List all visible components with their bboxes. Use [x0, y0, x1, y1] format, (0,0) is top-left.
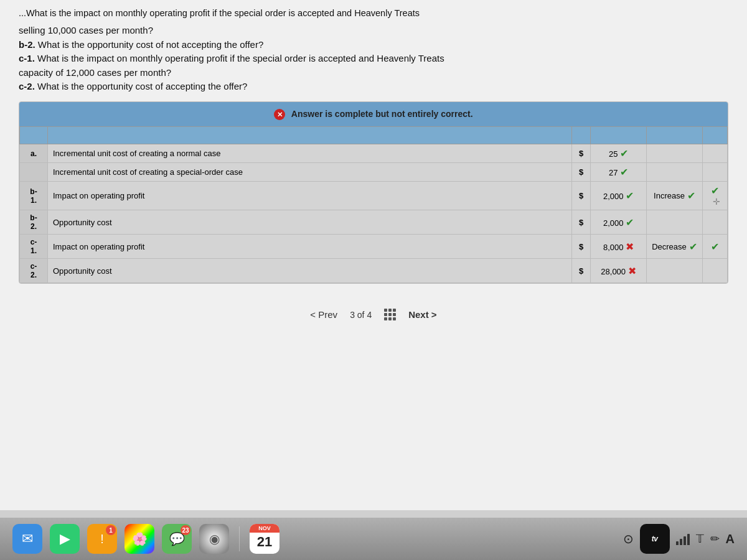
final-tick-c1: ✔: [711, 241, 719, 252]
final-check-a2: [703, 163, 728, 182]
dock-siri[interactable]: ◉: [199, 524, 229, 554]
answer-table: a. Incremental unit cost of creating a n…: [19, 126, 728, 283]
dock-photos[interactable]: 🌸: [125, 524, 154, 554]
label-b2: [647, 210, 703, 235]
dollar-c2: $: [572, 259, 591, 283]
row-desc-a: Incremental unit cost of creating a norm…: [48, 144, 572, 163]
pen-icon: ✏: [710, 532, 720, 546]
check-b1: ✔: [626, 190, 634, 201]
table-container: a. Incremental unit cost of creating a n…: [19, 126, 728, 283]
table-row: a. Incremental unit cost of creating a n…: [20, 144, 728, 163]
row-desc-b2: Opportunity cost: [48, 210, 572, 235]
video-icon: ▶: [60, 531, 70, 547]
check-a: ✔: [620, 148, 628, 159]
value-b1: 2,000 ✔: [591, 182, 647, 210]
row-label-c2: c- 2.: [20, 259, 48, 283]
final-check-c2: [703, 259, 728, 283]
system-tray: ⊙ tv 𝕋 ✏ A: [623, 524, 735, 554]
label-b1: Increase ✔: [647, 182, 703, 210]
increase-check: ✔: [687, 190, 695, 202]
plus-icon: ✛: [713, 197, 720, 207]
partial-line: ...What is the impact on monthly operati…: [19, 6, 728, 20]
final-check-b1: ✔ ✛: [703, 182, 728, 210]
row-label-a: a.: [20, 144, 48, 163]
page-info: 3 of 4: [350, 310, 372, 320]
pagination-bar: < Prev 3 of 4 Next >: [19, 309, 728, 320]
dock-badge: 1: [106, 525, 116, 535]
table-row: c- 1. Impact on operating profit $ 8,000…: [20, 235, 728, 259]
label-c2: [647, 259, 703, 283]
table-row: b- 2. Opportunity cost $ 2,000 ✔: [20, 210, 728, 235]
photos-icon: 🌸: [132, 531, 148, 546]
signal-icon: [676, 533, 690, 545]
check-c1: ✖: [626, 241, 634, 252]
dollar-a: $: [572, 144, 591, 163]
main-content: ...What is the impact on monthly operati…: [0, 0, 747, 510]
siri-system-icon[interactable]: ⊙: [623, 531, 634, 546]
calendar-day: 21: [257, 533, 272, 552]
value-b2: 2,000 ✔: [591, 210, 647, 235]
check-b2: ✔: [626, 217, 634, 228]
row-desc-b1: Impact on operating profit: [48, 182, 572, 210]
a-icon: A: [726, 532, 735, 546]
mail-icon: ✉: [22, 531, 33, 547]
check-c2: ✖: [628, 266, 636, 276]
question-text: selling 10,000 cases per month? b-2. Wha…: [19, 24, 728, 94]
value-c2: 28,000 ✖: [591, 259, 647, 283]
row-label-c1: c- 1.: [20, 235, 48, 259]
row-desc-c1: Impact on operating profit: [48, 235, 572, 259]
final-check-b2: [703, 210, 728, 235]
label-a2: [647, 163, 703, 182]
dock-calendar[interactable]: NOV 21: [250, 524, 280, 554]
label-a: [647, 144, 703, 163]
decrease-check: ✔: [689, 241, 697, 253]
calendar-month: NOV: [250, 524, 280, 533]
row-desc-a2: Incremental unit cost of creating a spec…: [48, 163, 572, 182]
value-a: 25 ✔: [591, 144, 647, 163]
row-label-a2: [20, 163, 48, 182]
dollar-c1: $: [572, 235, 591, 259]
alert-icon: !: [100, 532, 104, 546]
dollar-a2: $: [572, 163, 591, 182]
dollar-b2: $: [572, 210, 591, 235]
x-icon: ✕: [274, 109, 285, 120]
answer-header: ✕ Answer is complete but not entirely co…: [19, 102, 728, 127]
dock-chat[interactable]: 💬 23: [162, 524, 192, 554]
dock-chat-badge: 23: [181, 525, 190, 535]
dock-alert[interactable]: ! 1: [87, 524, 117, 554]
row-label-b1: b- 1.: [20, 182, 48, 210]
dock-tv[interactable]: tv: [640, 524, 670, 554]
table-header-row: [20, 127, 728, 144]
dock-mail[interactable]: ✉: [12, 524, 42, 554]
answer-status-text: ✕ Answer is complete but not entirely co…: [274, 109, 472, 119]
final-tick-b1: ✔: [711, 185, 719, 196]
final-check-c1: ✔: [703, 235, 728, 259]
table-row: c- 2. Opportunity cost $ 28,000 ✖: [20, 259, 728, 283]
value-c1: 8,000 ✖: [591, 235, 647, 259]
siri-icon: ◉: [209, 531, 220, 546]
row-label-b2: b- 2.: [20, 210, 48, 235]
dollar-b1: $: [572, 182, 591, 210]
prev-button[interactable]: < Prev: [310, 309, 337, 320]
label-c1: Decrease ✔: [647, 235, 703, 259]
answer-box: ✕ Answer is complete but not entirely co…: [19, 101, 728, 284]
table-row: Incremental unit cost of creating a spec…: [20, 163, 728, 182]
row-desc-c2: Opportunity cost: [48, 259, 572, 283]
dock-separator: [239, 526, 240, 551]
dock-video[interactable]: ▶: [50, 524, 80, 554]
grid-icon[interactable]: [384, 309, 396, 320]
next-button[interactable]: Next >: [408, 309, 436, 320]
taskbar: ✉ ▶ ! 1 🌸 💬 23 ◉ NOV 21 ⊙ tv: [0, 518, 747, 560]
final-check-a: [703, 144, 728, 163]
text-cursor-icon: 𝕋: [696, 532, 704, 546]
table-row: b- 1. Impact on operating profit $ 2,000…: [20, 182, 728, 210]
value-a2: 27 ✔: [591, 163, 647, 182]
check-a2: ✔: [620, 167, 628, 177]
